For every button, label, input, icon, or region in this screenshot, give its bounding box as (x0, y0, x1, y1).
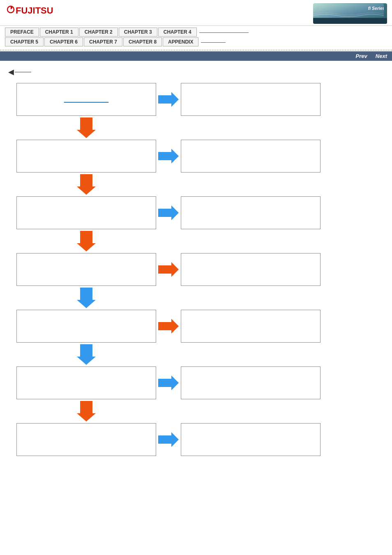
flow-down-3 (16, 229, 156, 253)
blue-right-arrow-svg-7 (158, 432, 179, 447)
flow-box-1-left: _______________ (16, 83, 156, 116)
flow-down-6 (16, 399, 156, 423)
flow-box-7-right (181, 423, 321, 456)
flow-down-5 (16, 343, 156, 366)
flow-row-1: _______________ (16, 83, 321, 116)
flow-arrow-right-6 (156, 366, 181, 399)
flow-row-2 (16, 140, 321, 173)
flow-arrow-right-5 (156, 310, 181, 343)
svg-text:FUJITSU: FUJITSU (16, 5, 53, 16)
nav-line-1 (199, 32, 249, 33)
flow-box-3-left (16, 196, 156, 229)
blue-down-arrow-svg-4 (77, 288, 96, 308)
flow-box-2-right (181, 140, 321, 173)
flow-arrow-right-2 (156, 140, 181, 173)
nav-chapter7[interactable]: CHAPTER 7 (84, 37, 122, 46)
flow-box-7-left (16, 423, 156, 456)
next-button[interactable]: Next (376, 53, 387, 59)
svg-marker-5 (158, 92, 179, 107)
orange-down-arrow-svg-3 (77, 231, 96, 251)
svg-marker-9 (158, 205, 179, 220)
orange-down-arrow-svg-1 (77, 117, 96, 138)
flow-box-2-left (16, 140, 156, 173)
orange-down-arrow-svg-6 (77, 401, 96, 421)
flow-down-2 (16, 173, 156, 196)
prev-button[interactable]: Prev (356, 53, 367, 59)
svg-marker-15 (158, 375, 179, 390)
nav-row-2: CHAPTER 5 CHAPTER 6 CHAPTER 7 CHAPTER 8 … (5, 37, 387, 47)
svg-rect-3 (313, 18, 384, 23)
flow-box-4-right (181, 253, 321, 286)
svg-marker-14 (77, 344, 96, 365)
flow-row-7 (16, 423, 321, 456)
flow-box-3-right (181, 196, 321, 229)
fujitsu-logo-svg: FUJITSU (5, 5, 54, 23)
fujitsu-logo: FUJITSU (5, 5, 54, 23)
flow-arrow-right-3 (156, 196, 181, 229)
svg-marker-16 (77, 401, 96, 421)
flow-box-5-left (16, 310, 156, 343)
nav-line-2 (201, 42, 226, 43)
flow-diagram: _______________ (8, 83, 384, 456)
svg-marker-12 (77, 288, 96, 308)
nav-preface[interactable]: PREFACE (5, 28, 39, 37)
svg-marker-8 (77, 174, 96, 195)
blue-right-arrow-svg-1 (158, 92, 179, 107)
separator (0, 50, 392, 51)
nav-row-1: PREFACE CHAPTER 1 CHAPTER 2 CHAPTER 3 CH… (5, 28, 387, 37)
flow-box-5-right (181, 310, 321, 343)
orange-down-arrow-svg-2 (77, 174, 96, 195)
fi-series-banner: fi Series (313, 3, 387, 24)
flow-down-1 (16, 116, 156, 140)
nav-chapter1[interactable]: CHAPTER 1 (40, 28, 78, 37)
flow-link-1[interactable]: _______________ (64, 97, 108, 103)
flow-row-3 (16, 196, 321, 229)
prev-next-bar: Prev Next (0, 51, 392, 61)
nav-chapter2[interactable]: CHAPTER 2 (79, 28, 118, 37)
nav-chapter6[interactable]: CHAPTER 6 (44, 37, 83, 46)
svg-text:fi Series: fi Series (368, 6, 384, 11)
nav-chapter5[interactable]: CHAPTER 5 (5, 37, 44, 46)
blue-right-arrow-svg-3 (158, 205, 179, 220)
flow-box-4-left (16, 253, 156, 286)
flow-row-6 (16, 366, 321, 399)
flow-arrow-right-7 (156, 423, 181, 456)
blue-right-arrow-svg-6 (158, 375, 179, 390)
main-content: ◀ _______________ (0, 64, 392, 459)
flow-arrow-right-1 (156, 83, 181, 116)
orange-right-arrow-svg-5 (158, 319, 179, 334)
svg-marker-11 (158, 262, 179, 277)
page-header: FUJITSU fi Series (0, 0, 392, 26)
flow-row-4 (16, 253, 321, 286)
svg-marker-17 (158, 432, 179, 447)
flow-row-5 (16, 310, 321, 343)
svg-marker-13 (158, 319, 179, 334)
flow-arrow-right-4 (156, 253, 181, 286)
svg-marker-7 (158, 149, 179, 164)
flow-box-1-right (181, 83, 321, 116)
svg-marker-10 (77, 231, 96, 251)
blue-down-arrow-svg-5 (77, 344, 96, 365)
flow-box-6-left (16, 366, 156, 399)
flow-down-4 (16, 286, 156, 310)
blue-right-arrow-svg-2 (158, 149, 179, 164)
nav-chapter3[interactable]: CHAPTER 3 (119, 28, 157, 37)
nav-appendix[interactable]: APPENDIX (163, 37, 198, 46)
navigation-section: PREFACE CHAPTER 1 CHAPTER 2 CHAPTER 3 CH… (0, 26, 392, 49)
nav-chapter8[interactable]: CHAPTER 8 (123, 37, 162, 46)
flow-box-6-right (181, 366, 321, 399)
fi-series-banner-graphic: fi Series (313, 3, 384, 24)
orange-right-arrow-svg-4 (158, 262, 179, 277)
back-arrow[interactable]: ◀ (8, 67, 384, 76)
nav-chapter4[interactable]: CHAPTER 4 (158, 28, 197, 37)
svg-marker-6 (77, 117, 96, 138)
